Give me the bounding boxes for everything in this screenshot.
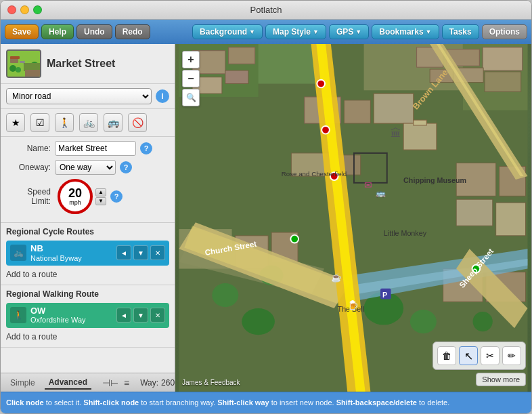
merge-icon[interactable]: ⊣⊢ — [102, 377, 118, 388]
add-cycle-route-link[interactable]: Add to a route — [6, 268, 169, 281]
save-button[interactable]: Save — [5, 24, 39, 39]
road-type-select[interactable]: Minor road Primary road Secondary road R… — [6, 88, 152, 104]
oneway-row: Oneway: One way Two way None ? — [6, 160, 169, 175]
walk-route-down-button[interactable]: ▼ — [133, 308, 148, 323]
name-input[interactable] — [55, 141, 136, 156]
title-bar: Potlatch — [1, 1, 531, 20]
walk-route-code: OW — [30, 306, 112, 316]
close-button[interactable] — [7, 5, 16, 14]
zoom-in-button[interactable]: + — [182, 51, 200, 68]
walk-route-icon: 🚶 — [10, 307, 26, 323]
status-key1: Click node — [6, 398, 44, 407]
bookmarks-button[interactable]: Bookmarks ▼ — [372, 24, 439, 39]
walk-button[interactable]: 🚶 — [55, 113, 74, 132]
no-icon: 🚫 — [132, 117, 143, 128]
show-more-button[interactable]: Show more — [476, 373, 526, 386]
walk-icon: 🚶 — [59, 117, 70, 128]
pen-button[interactable]: ✏ — [502, 346, 521, 365]
bookmarks-arrow: ▼ — [426, 28, 432, 35]
help-button[interactable]: Help — [41, 24, 74, 39]
bottom-bar: Simple Advanced ⊣⊢ ≡ Way: 2606372 ▼ — [1, 373, 175, 392]
add-walk-route-link[interactable]: Add to a route — [6, 331, 169, 343]
svg-point-57 — [317, 80, 325, 88]
svg-rect-9 — [25, 70, 40, 77]
background-button[interactable]: Background ▼ — [192, 24, 263, 39]
speed-up-button[interactable]: ▲ — [95, 188, 106, 196]
gps-arrow: ▼ — [355, 28, 361, 35]
svg-point-60 — [290, 235, 298, 243]
name-help-button[interactable]: ? — [140, 142, 152, 154]
bus-button[interactable]: 🚌 — [104, 113, 123, 132]
svg-text:P: P — [382, 291, 387, 299]
speed-down-button[interactable]: ▼ — [95, 197, 106, 205]
check-button[interactable]: ☑ — [30, 113, 49, 132]
road-type-info-button[interactable]: i — [156, 89, 169, 103]
options-button[interactable]: Options — [482, 24, 527, 39]
check-icon: ☑ — [36, 117, 45, 128]
star-button[interactable]: ★ — [6, 113, 25, 132]
svg-rect-24 — [225, 70, 248, 84]
walk-routes-section: Regional Walking Route 🚶 OW Oxfordshire … — [1, 285, 175, 348]
tab-advanced[interactable]: Advanced — [45, 376, 91, 390]
cycle-route-code: NB — [30, 243, 112, 254]
map-controls: + − 🔍 — [182, 51, 200, 106]
cycle-route-down-button[interactable]: ▼ — [133, 245, 148, 260]
svg-text:Rose and Chesterfield: Rose and Chesterfield — [282, 170, 347, 178]
zoom-extent-button[interactable]: 🔍 — [182, 89, 200, 106]
status-text-4: to delete. — [419, 398, 449, 407]
cursor-button[interactable]: ↖ — [459, 346, 478, 365]
maximize-button[interactable] — [33, 5, 42, 14]
cycle-button[interactable]: 🚲 — [79, 113, 98, 132]
walk-route-close-button[interactable]: ✕ — [150, 308, 165, 323]
street-header: Market Street — [1, 44, 175, 84]
cycle-route-name: National Byway — [30, 254, 112, 263]
window-title: Potlatch — [250, 5, 282, 15]
satellite-map[interactable]: Brown Lane Church Street Sheep Street Ch… — [175, 44, 531, 392]
form-section: Name: ? Oneway: One way Two way None ? — [1, 137, 175, 223]
svg-point-45 — [212, 283, 238, 307]
pen-icon: ✏ — [508, 350, 516, 361]
menu-icon[interactable]: ≡ — [124, 377, 129, 388]
zoom-out-button[interactable]: − — [182, 70, 200, 87]
map-area[interactable]: Brown Lane Church Street Sheep Street Ch… — [175, 44, 531, 392]
cycle-route-close-button[interactable]: ✕ — [150, 245, 165, 260]
svg-point-43 — [410, 310, 437, 333]
status-key3: Shift-click way — [217, 398, 269, 407]
gps-button[interactable]: GPS ▼ — [329, 24, 369, 39]
map-style-button[interactable]: Map Style ▼ — [265, 24, 326, 39]
status-text: Click node to select it. Shift-click nod… — [6, 398, 449, 408]
svg-text:✉: ✉ — [364, 180, 372, 190]
minimize-button[interactable] — [20, 5, 29, 14]
trash-button[interactable]: 🗑 — [437, 346, 456, 365]
svg-text:🚌: 🚌 — [376, 188, 386, 198]
speed-number: 20 — [68, 187, 82, 199]
tab-simple[interactable]: Simple — [6, 377, 39, 389]
tasks-button[interactable]: Tasks — [442, 24, 479, 39]
undo-button[interactable]: Undo — [76, 24, 112, 39]
speed-stepper: ▲ ▼ — [95, 188, 106, 205]
oneway-help-button[interactable]: ? — [120, 161, 132, 173]
main-window: Potlatch Save Help Undo Redo Background … — [0, 0, 532, 414]
svg-point-5 — [9, 65, 16, 72]
svg-rect-2 — [10, 56, 20, 59]
speed-help-button[interactable]: ? — [110, 190, 123, 203]
cycle-route-icon: 🚲 — [10, 245, 26, 261]
cursor-icon: ↖ — [464, 350, 473, 363]
oneway-select[interactable]: One way Two way None — [55, 160, 116, 175]
bus-icon: 🚌 — [108, 117, 119, 128]
svg-point-58 — [322, 126, 330, 134]
oneway-label: Oneway: — [6, 163, 55, 172]
svg-text:🍺: 🍺 — [347, 299, 359, 311]
walk-route-left-button[interactable]: ◄ — [116, 308, 131, 323]
scissors-button[interactable]: ✂ — [481, 346, 500, 365]
svg-rect-20 — [485, 72, 521, 91]
redo-button[interactable]: Redo — [115, 24, 150, 39]
toolbar: Save Help Undo Redo Background ▼ Map Sty… — [1, 20, 531, 44]
svg-point-6 — [16, 67, 21, 73]
cycle-route-left-button[interactable]: ◄ — [116, 245, 131, 260]
svg-text:Chipping Museum: Chipping Museum — [403, 176, 466, 184]
svg-rect-38 — [496, 203, 526, 236]
speed-circle: 20 mph — [58, 179, 93, 214]
svg-text:Little Monkey: Little Monkey — [384, 229, 427, 237]
no-button[interactable]: 🚫 — [128, 113, 147, 132]
